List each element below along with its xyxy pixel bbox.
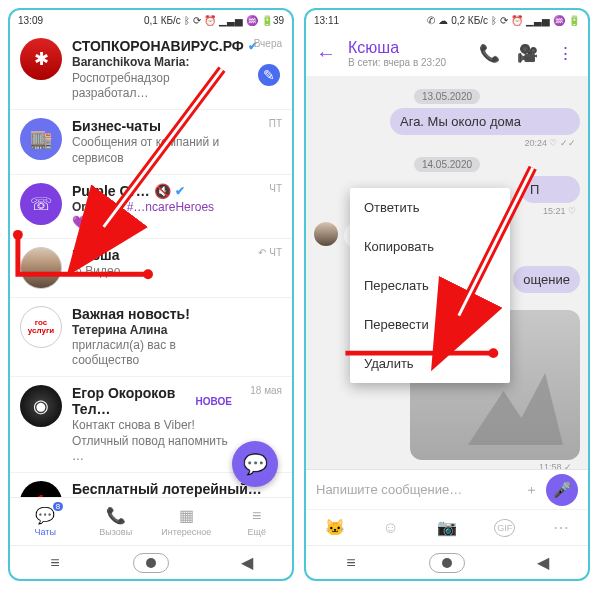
avatar-gosuslugi-icon: госуслуги bbox=[20, 306, 62, 348]
message-input-bar: Напишите сообщение… ＋ 🎤 bbox=[306, 469, 588, 509]
chat-list[interactable]: ✱ СТОПКОРОНАВИРУС.РФ✔ Baranchikova Maria… bbox=[10, 30, 292, 497]
more-icon: ≡ bbox=[252, 507, 261, 525]
bottom-tabs: 💬8 Чаты 📞 Вызовы ▦ Интересное ≡ Ещё bbox=[10, 497, 292, 545]
avatar-one-icon: 1 bbox=[20, 481, 62, 497]
sync-icon: ⟳ bbox=[500, 15, 508, 26]
chat-row-stopcorona[interactable]: ✱ СТОПКОРОНАВИРУС.РФ✔ Baranchikova Maria… bbox=[10, 30, 292, 110]
new-badge: НОВОЕ bbox=[196, 396, 232, 407]
tab-more[interactable]: ≡ Ещё bbox=[222, 498, 293, 545]
verified-icon: ✔ bbox=[175, 184, 185, 198]
camera-icon[interactable]: 📷 bbox=[437, 518, 457, 537]
contact-status: В сети: вчера в 23:20 bbox=[348, 57, 464, 68]
net-speed: 0,2 КБ/с bbox=[451, 15, 488, 26]
attach-button[interactable]: ＋ bbox=[525, 481, 538, 499]
alarm-icon: ⏰ bbox=[204, 15, 216, 26]
menu-delete[interactable]: Удалить bbox=[350, 344, 510, 383]
back-button[interactable]: ← bbox=[316, 42, 336, 65]
voice-call-button[interactable]: 📞 bbox=[476, 43, 502, 64]
chats-badge: 8 bbox=[53, 502, 63, 511]
sticker-cat-icon[interactable]: 🐱 bbox=[325, 518, 345, 537]
message-meta: 20:24 ♡ ✓✓ bbox=[314, 138, 576, 148]
chat-title: Бесплатный лотерейный… bbox=[72, 481, 262, 497]
avatar-small-icon bbox=[314, 222, 338, 246]
chat-row-ksyusha[interactable]: Ксюша ⊙ Видео ↶ ЧТ bbox=[10, 239, 292, 298]
wifi-icon: ♒ bbox=[246, 15, 258, 26]
avatar-stopcorona-icon: ✱ bbox=[20, 38, 62, 80]
avatar-wheel-icon: ◉ bbox=[20, 385, 62, 427]
chat-title: Ксюша bbox=[72, 247, 120, 263]
message-out[interactable]: П bbox=[520, 176, 580, 203]
message-out-partial[interactable]: ощение bbox=[513, 266, 580, 293]
signal-icon: ▁▃▅ bbox=[526, 15, 550, 26]
chat-row-gos[interactable]: госуслуги Важная новость! Тетерина Алина… bbox=[10, 298, 292, 377]
cloud-icon: ☁ bbox=[438, 15, 448, 26]
chat-title: Purple Gr… bbox=[72, 183, 150, 199]
chat-row-purple[interactable]: ☏ Purple Gr… 🔇 ✔ Oren BL: #…ncareHeroes … bbox=[10, 175, 292, 239]
date-separator: 13.05.2020 bbox=[314, 86, 580, 104]
chat-row-business[interactable]: 🏬 Бизнес-чаты Сообщения от компаний и се… bbox=[10, 110, 292, 175]
signal-icon: ▁▃▅ bbox=[219, 15, 243, 26]
avatar-person-icon bbox=[20, 247, 62, 289]
clock: 13:11 bbox=[314, 15, 339, 26]
whatsapp-icon: ✆ bbox=[427, 15, 435, 26]
nav-menu[interactable]: ≡ bbox=[339, 554, 363, 572]
menu-translate[interactable]: Перевести bbox=[350, 305, 510, 344]
nav-menu[interactable]: ≡ bbox=[43, 554, 67, 572]
menu-button[interactable]: ⋮ bbox=[552, 43, 578, 64]
menu-copy[interactable]: Копировать bbox=[350, 227, 510, 266]
tab-explore[interactable]: ▦ Интересное bbox=[151, 498, 222, 545]
emoji-icon[interactable]: ☺ bbox=[383, 519, 399, 537]
compose-button[interactable]: ✎ bbox=[258, 64, 280, 86]
tab-calls[interactable]: 📞 Вызовы bbox=[81, 498, 152, 545]
menu-reply[interactable]: Ответить bbox=[350, 188, 510, 227]
sticker-bar: 🐱 ☺ 📷 GIF ⋯ bbox=[306, 509, 588, 545]
menu-forward[interactable]: Переслать bbox=[350, 266, 510, 305]
chat-title: Егор Окороков Тел… bbox=[72, 385, 188, 417]
nav-back[interactable]: ◀ bbox=[531, 553, 555, 572]
android-nav: ≡ ◀ bbox=[306, 545, 588, 579]
contact-name[interactable]: Ксюша bbox=[348, 39, 464, 57]
chats-screen: 13:09 0,1 КБ/с ᛒ ⟳ ⏰ ▁▃▅ ♒ 🔋39 ✱ СТОПКОР… bbox=[8, 8, 294, 581]
message-out[interactable]: Ага. Мы около дома bbox=[390, 108, 580, 135]
nav-home[interactable] bbox=[133, 553, 169, 573]
android-nav: ≡ ◀ bbox=[10, 545, 292, 579]
video-call-button[interactable]: 🎥 bbox=[514, 43, 540, 64]
message-meta: 11:58 ✓ bbox=[539, 462, 572, 469]
muted-icon: 🔇 bbox=[154, 183, 171, 199]
battery-icon: 🔋39 bbox=[261, 15, 284, 26]
avatar-viber-icon: ☏ bbox=[20, 183, 62, 225]
clock: 13:09 bbox=[18, 15, 43, 26]
nav-home[interactable] bbox=[429, 553, 465, 573]
message-area[interactable]: 13.05.2020 Ага. Мы около дома 20:24 ♡ ✓✓… bbox=[306, 76, 588, 469]
date-separator: 14.05.2020 bbox=[314, 154, 580, 172]
bluetooth-icon: ᛒ bbox=[184, 15, 190, 26]
new-message-fab[interactable]: 💬 bbox=[232, 441, 278, 487]
chats-icon: 💬8 bbox=[35, 506, 55, 525]
gif-icon[interactable]: GIF bbox=[494, 519, 515, 537]
explore-icon: ▦ bbox=[179, 506, 194, 525]
conversation-header: ← Ксюша В сети: вчера в 23:20 📞 🎥 ⋮ bbox=[306, 30, 588, 76]
chat-title: СТОПКОРОНАВИРУС.РФ bbox=[72, 38, 244, 54]
calls-icon: 📞 bbox=[106, 506, 126, 525]
avatar-shop-icon: 🏬 bbox=[20, 118, 62, 160]
message-context-menu: Ответить Копировать Переслать Перевести … bbox=[350, 188, 510, 383]
status-bar: 13:09 0,1 КБ/с ᛒ ⟳ ⏰ ▁▃▅ ♒ 🔋39 bbox=[10, 10, 292, 30]
sync-icon: ⟳ bbox=[193, 15, 201, 26]
bluetooth-icon: ᛒ bbox=[491, 15, 497, 26]
conversation-screen: 13:11 ✆ ☁ 0,2 КБ/с ᛒ ⟳ ⏰ ▁▃▅ ♒ 🔋 ← Ксюша… bbox=[304, 8, 590, 581]
battery-icon: 🔋 bbox=[568, 15, 580, 26]
wifi-icon: ♒ bbox=[553, 15, 565, 26]
nav-back[interactable]: ◀ bbox=[235, 553, 259, 572]
chat-title: Бизнес-чаты bbox=[72, 118, 161, 134]
alarm-icon: ⏰ bbox=[511, 15, 523, 26]
net-speed: 0,1 КБ/с bbox=[144, 15, 181, 26]
chat-time: Вчера bbox=[242, 38, 282, 49]
more-stickers-icon[interactable]: ⋯ bbox=[553, 518, 569, 537]
message-input[interactable]: Напишите сообщение… bbox=[316, 482, 517, 497]
chat-title: Важная новость! bbox=[72, 306, 190, 322]
tab-chats[interactable]: 💬8 Чаты bbox=[10, 498, 81, 545]
mic-button[interactable]: 🎤 bbox=[546, 474, 578, 506]
status-bar: 13:11 ✆ ☁ 0,2 КБ/с ᛒ ⟳ ⏰ ▁▃▅ ♒ 🔋 bbox=[306, 10, 588, 30]
